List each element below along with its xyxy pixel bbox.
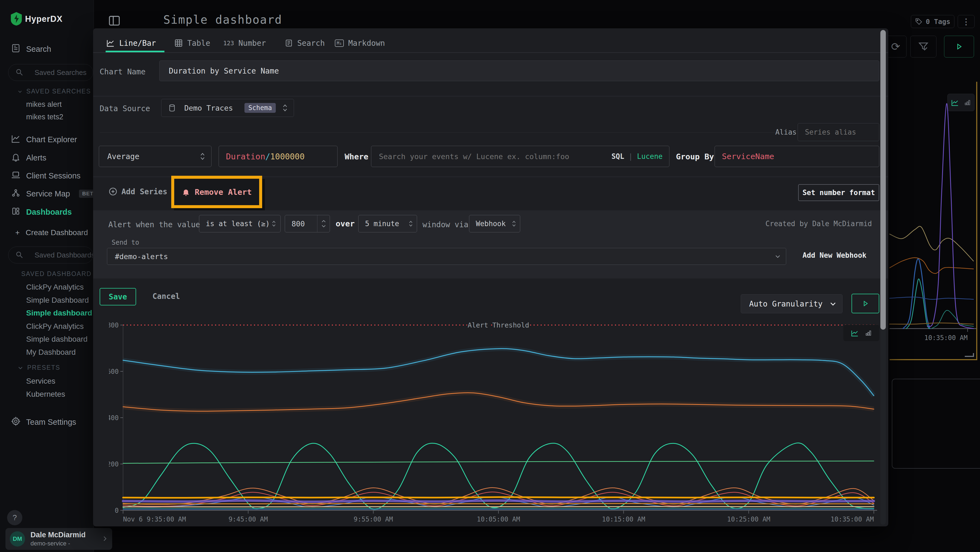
alert-channel-select[interactable]: Webhook xyxy=(469,215,520,232)
run-chart-button[interactable] xyxy=(851,294,879,313)
svg-text:10:15:00 AM: 10:15:00 AM xyxy=(602,515,645,523)
chevron-updown-icon xyxy=(408,219,414,228)
search-icon xyxy=(15,250,24,260)
sidebar-item-label: Dashboards xyxy=(26,207,72,217)
chart-name-input[interactable] xyxy=(159,61,879,81)
cancel-button[interactable]: Cancel xyxy=(153,292,180,301)
sidebar-item-label: Team Settings xyxy=(26,418,76,427)
preset-item[interactable]: Kubernetes xyxy=(26,390,65,399)
next-panel-edge xyxy=(892,379,980,469)
help-button[interactable]: ? xyxy=(7,510,22,525)
tab-markdown[interactable]: M↓ Markdown xyxy=(335,35,385,51)
chevron-updown-icon xyxy=(511,219,517,228)
dashboard-item-active[interactable]: Simple dashboard xyxy=(26,309,92,317)
scrollbar-thumb[interactable] xyxy=(880,30,886,330)
page-title[interactable]: Simple dashboard xyxy=(163,13,282,26)
add-new-webhook-button[interactable]: Add New Webhook xyxy=(802,251,867,259)
sidebar-item-label: Alerts xyxy=(26,153,46,163)
user-subtitle: demo-service - xyxy=(30,540,70,547)
sidebar-item-client-sessions[interactable]: Client Sessions xyxy=(0,169,94,183)
sidebar-item-search[interactable]: Search xyxy=(0,42,94,56)
tab-number[interactable]: 123 Number xyxy=(223,35,266,51)
chevron-down-icon xyxy=(18,365,24,371)
preset-item[interactable]: Services xyxy=(26,377,55,386)
sidebar-item-chart-explorer[interactable]: Chart Explorer xyxy=(0,132,94,147)
alert-condition-select[interactable]: is at least (≥) xyxy=(199,215,281,232)
lucene-toggle[interactable]: Lucene xyxy=(637,152,663,161)
table-icon xyxy=(174,39,183,48)
line-chart-icon xyxy=(851,329,859,337)
markdown-icon: M↓ xyxy=(335,40,344,47)
sql-toggle[interactable]: SQL xyxy=(611,152,624,161)
dashboard-item[interactable]: Simple dashboard xyxy=(26,335,88,343)
sidebar: HyperDX Search SAVED SEARCHES mikes aler… xyxy=(0,0,94,552)
svg-text:0: 0 xyxy=(115,507,119,514)
user-menu[interactable]: DM Dale McDiarmid demo-service - xyxy=(5,528,112,550)
group-by-label: Group By xyxy=(676,152,714,161)
plus-icon: + xyxy=(15,228,20,237)
where-label: Where xyxy=(345,152,368,161)
tab-line-bar[interactable]: Line/Bar xyxy=(106,35,156,51)
alert-threshold-input[interactable] xyxy=(285,215,330,232)
alert-window-select[interactable]: 5 minute xyxy=(358,215,417,232)
dashboard-item[interactable]: ClickPy Analytics xyxy=(26,322,84,331)
group-by-input[interactable]: ServiceName xyxy=(714,146,879,167)
svg-text:10:05:00 AM: 10:05:00 AM xyxy=(477,515,520,523)
sidebar-collapse-icon[interactable] xyxy=(108,14,121,27)
presets-header[interactable]: PRESETS xyxy=(18,364,91,371)
dashboard-item[interactable]: My Dashboard xyxy=(26,348,76,357)
tags-button[interactable]: 0 Tags xyxy=(911,15,955,28)
chart-type-toggle[interactable] xyxy=(843,325,879,341)
more-options-button[interactable]: ⋮ xyxy=(958,15,975,28)
remove-alert-button-highlighted[interactable]: Remove Alert xyxy=(171,176,262,208)
where-search-input[interactable]: SQL | Lucene xyxy=(371,146,670,167)
sidebar-item-alerts[interactable]: Alerts xyxy=(0,151,94,165)
svg-text:400: 400 xyxy=(109,414,119,422)
alias-label: Alias xyxy=(775,128,797,136)
selected-panel-border xyxy=(889,359,977,360)
set-number-format-button[interactable]: Set number format xyxy=(798,184,879,201)
dashboard-grid-icon xyxy=(10,206,21,218)
field-input[interactable]: Duration/1000000 xyxy=(219,146,337,167)
granularity-select[interactable]: Auto Granularity xyxy=(741,294,843,313)
filter-button[interactable] xyxy=(910,36,937,57)
run-query-button[interactable] xyxy=(944,36,974,57)
database-icon xyxy=(168,104,176,112)
saved-search-item[interactable]: mikes alert xyxy=(26,100,62,109)
saved-dashboards-header[interactable]: SAVED DASHBOARDS xyxy=(18,270,91,278)
where-input-field[interactable] xyxy=(371,152,578,161)
send-to-select[interactable]: #demo-alerts xyxy=(107,248,786,265)
window-via-label: window via xyxy=(423,220,468,229)
dashboard-item[interactable]: Simple Dashboard xyxy=(26,296,89,305)
sidebar-item-dashboards[interactable]: Dashboards xyxy=(0,205,94,219)
svg-text:200: 200 xyxy=(109,461,119,468)
background-chart: 10:35:00 AM xyxy=(888,98,980,354)
data-source-select[interactable]: Demo Traces Schema xyxy=(161,99,294,117)
add-series-button[interactable]: Add Series xyxy=(108,187,167,196)
svg-text:800: 800 xyxy=(109,322,119,329)
dashboard-item[interactable]: ClickPy Analytics xyxy=(26,283,84,292)
resize-handle[interactable] xyxy=(965,353,974,357)
sidebar-item-team-settings[interactable]: Team Settings xyxy=(0,415,94,429)
number-stepper[interactable] xyxy=(317,215,330,232)
chevron-updown-icon xyxy=(282,103,288,113)
chevron-right-icon xyxy=(101,535,108,542)
app-title: HyperDX xyxy=(25,14,63,24)
alias-input[interactable] xyxy=(798,123,879,141)
saved-searches-header[interactable]: SAVED SEARCHES xyxy=(18,88,91,95)
aggregation-select[interactable]: Average xyxy=(99,146,212,167)
tab-search[interactable]: Search xyxy=(285,35,325,51)
save-button[interactable]: Save xyxy=(100,288,136,305)
svg-text:10:25:00 AM: 10:25:00 AM xyxy=(727,515,770,523)
sidebar-item-service-map[interactable]: Service Map BETA xyxy=(0,187,94,201)
threshold-value-field[interactable] xyxy=(285,220,309,228)
saved-search-item[interactable]: mikes tets2 xyxy=(26,113,64,121)
tab-table[interactable]: Table xyxy=(174,35,210,51)
bell-icon xyxy=(10,152,21,163)
play-icon xyxy=(862,300,869,307)
svg-text:Nov 6 9:35:00 AM: Nov 6 9:35:00 AM xyxy=(123,515,186,523)
created-by-label: Created by Dale McDiarmid xyxy=(765,220,872,228)
create-dashboard-button[interactable]: + Create Dashboard xyxy=(15,228,88,237)
sidebar-item-label: Search xyxy=(26,45,51,54)
filter-edit-icon xyxy=(918,41,929,52)
